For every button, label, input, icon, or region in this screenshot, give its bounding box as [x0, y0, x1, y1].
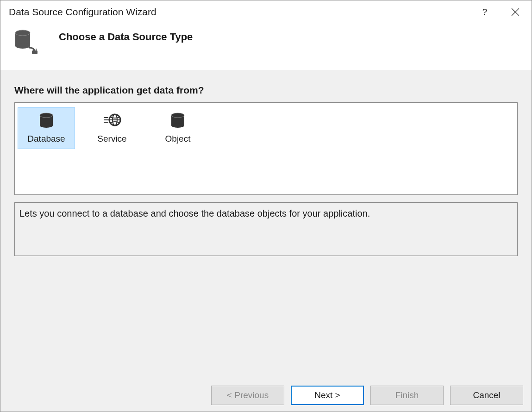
- option-service[interactable]: Service: [83, 107, 141, 149]
- close-button[interactable]: [507, 6, 523, 18]
- option-database[interactable]: Database: [18, 107, 75, 149]
- option-label: Object: [165, 134, 191, 144]
- content-area: Where will the application get data from…: [0, 70, 532, 379]
- titlebar-controls: ?: [479, 6, 523, 19]
- description-text: Lets you connect to a database and choos…: [19, 208, 513, 219]
- wizard-header-icon: [12, 28, 41, 58]
- wizard-header: Choose a Data Source Type: [0, 24, 532, 70]
- previous-button[interactable]: < Previous: [211, 386, 284, 405]
- database-icon: [37, 112, 56, 130]
- option-object[interactable]: Object: [149, 107, 207, 149]
- close-icon: [511, 8, 519, 16]
- svg-point-21: [171, 123, 184, 128]
- wizard-button-bar: < Previous Next > Finish Cancel: [0, 379, 532, 412]
- data-source-options: Database Service: [14, 102, 518, 195]
- option-label: Database: [27, 134, 65, 144]
- window-title: Data Source Configuration Wizard: [9, 6, 479, 18]
- help-button[interactable]: ?: [479, 6, 491, 19]
- svg-rect-6: [32, 50, 38, 54]
- svg-point-11: [40, 123, 53, 128]
- service-icon: [103, 112, 121, 130]
- question-label: Where will the application get data from…: [14, 85, 518, 96]
- finish-button[interactable]: Finish: [370, 386, 444, 405]
- titlebar: Data Source Configuration Wizard ?: [0, 0, 532, 24]
- option-label: Service: [97, 134, 126, 144]
- svg-point-4: [15, 43, 30, 49]
- object-icon: [169, 112, 187, 130]
- next-button[interactable]: Next >: [291, 386, 364, 405]
- cancel-button[interactable]: Cancel: [450, 386, 523, 405]
- database-plug-icon: [12, 28, 41, 58]
- wizard-page-title: Choose a Data Source Type: [59, 28, 193, 43]
- description-box: Lets you connect to a database and choos…: [14, 202, 518, 256]
